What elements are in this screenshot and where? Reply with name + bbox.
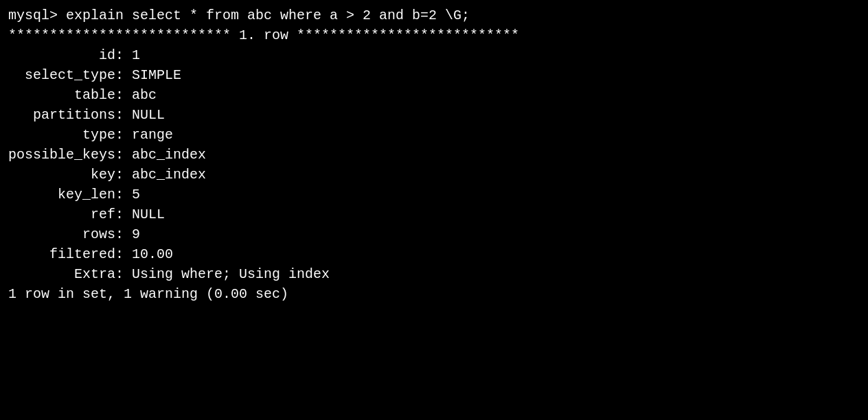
terminal-output: mysql> explain select * from abc where a… — [0, 0, 868, 420]
